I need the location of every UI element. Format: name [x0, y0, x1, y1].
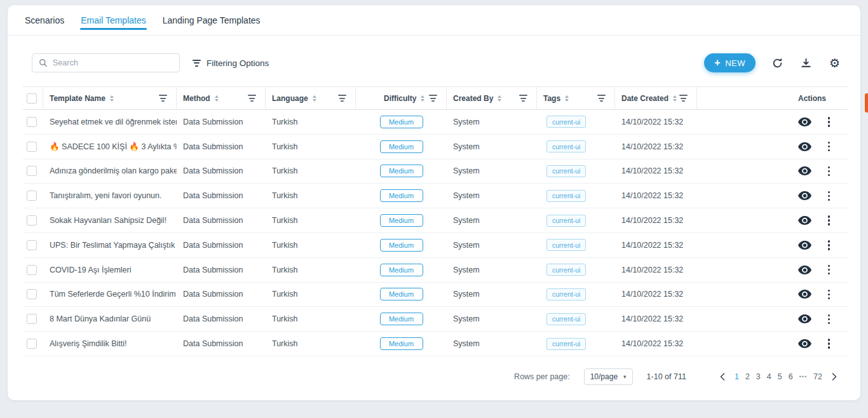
kebab-menu-icon[interactable] — [825, 337, 833, 350]
next-page-button[interactable] — [829, 371, 840, 382]
column-header-date[interactable]: Date Created — [615, 87, 697, 109]
tab-landing-page-templates[interactable]: Landing Page Templates — [154, 5, 269, 35]
page-number[interactable]: 4 — [767, 372, 771, 381]
select-all-checkbox[interactable] — [27, 93, 37, 104]
column-filter-icon[interactable] — [429, 95, 437, 102]
tag-chip: current-ui — [546, 165, 586, 177]
column-label: Created By — [453, 94, 493, 103]
sort-arrows-icon[interactable] — [110, 95, 114, 102]
created-by-cell: System — [447, 258, 537, 282]
column-filter-icon[interactable] — [248, 95, 256, 102]
filtering-options-button[interactable]: Filtering Options — [193, 58, 269, 68]
row-checkbox[interactable] — [27, 265, 37, 275]
column-header-lang[interactable]: Language — [266, 87, 356, 109]
row-checkbox[interactable] — [27, 215, 37, 226]
tag-chip: current-ui — [546, 313, 586, 325]
page-number[interactable]: 2 — [745, 372, 750, 381]
column-filter-icon[interactable] — [597, 95, 606, 102]
tags-cell: current-ui — [537, 307, 615, 331]
tag-chip: current-ui — [546, 140, 586, 152]
column-filter-icon[interactable] — [679, 95, 688, 102]
table-row: 8 Mart Dünya Kadınlar GünüData Submissio… — [23, 307, 848, 332]
row-checkbox[interactable] — [27, 314, 37, 324]
eye-icon[interactable] — [798, 216, 811, 225]
column-header-tags[interactable]: Tags — [537, 87, 615, 109]
tag-chip: current-ui — [546, 338, 586, 350]
table-row: UPS: Bir Teslimat Yapmaya ÇalıştıkData S… — [23, 233, 848, 258]
page-number[interactable]: 5 — [778, 372, 782, 381]
eye-icon[interactable] — [798, 191, 811, 200]
row-checkbox-cell — [23, 258, 43, 282]
kebab-menu-icon[interactable] — [825, 140, 833, 153]
sort-arrows-icon[interactable] — [565, 95, 569, 102]
tab-email-templates[interactable]: Email Templates — [72, 5, 154, 35]
column-header-created[interactable]: Created By — [447, 87, 537, 109]
template-name-cell: Seyehat etmek ve dil öğrenmek ister misi… — [43, 110, 177, 134]
refresh-icon[interactable] — [771, 57, 784, 70]
column-header-name[interactable]: Template Name — [43, 87, 177, 109]
table-header: Template NameMethodLanguageDifficultyCre… — [23, 86, 848, 110]
row-checkbox[interactable] — [27, 339, 37, 349]
row-checkbox[interactable] — [27, 166, 37, 176]
eye-icon[interactable] — [798, 290, 811, 299]
template-name-cell: COVID-19 Aşı İşlemleri — [43, 258, 177, 282]
page-number[interactable]: 72 — [813, 372, 822, 381]
column-filter-icon[interactable] — [519, 95, 527, 102]
language-cell: Turkish — [266, 159, 356, 184]
row-checkbox[interactable] — [27, 191, 37, 201]
row-checkbox[interactable] — [27, 142, 37, 152]
feedback-tab[interactable] — [865, 93, 868, 112]
tag-chip: current-ui — [546, 116, 586, 128]
column-header-method[interactable]: Method — [177, 87, 266, 109]
row-checkbox[interactable] — [27, 289, 37, 299]
language-cell: Turkish — [266, 233, 356, 257]
created-by-cell: System — [447, 135, 537, 159]
sort-arrows-icon[interactable] — [313, 95, 316, 102]
column-header-diff[interactable]: Difficulty — [356, 87, 447, 109]
tab-label: Email Templates — [81, 15, 146, 25]
kebab-menu-icon[interactable] — [825, 190, 833, 203]
tags-cell: current-ui — [537, 332, 615, 356]
download-icon[interactable] — [799, 57, 813, 70]
eye-icon[interactable] — [798, 142, 811, 151]
kebab-menu-icon[interactable] — [825, 116, 833, 128]
column-filter-icon[interactable] — [159, 95, 167, 102]
previous-page-button[interactable] — [717, 371, 728, 382]
eye-icon[interactable] — [798, 118, 811, 126]
gear-icon[interactable]: ⚙ — [828, 57, 841, 70]
row-checkbox[interactable] — [27, 117, 37, 127]
new-button[interactable]: + NEW — [704, 53, 756, 72]
kebab-menu-icon[interactable] — [825, 239, 833, 252]
column-filter-icon[interactable] — [338, 95, 346, 102]
eye-icon[interactable] — [798, 339, 811, 348]
tags-cell: current-ui — [537, 184, 615, 208]
date-created-cell: 14/10/2022 15:32 — [615, 283, 697, 307]
page-number[interactable]: 3 — [756, 372, 761, 381]
kebab-menu-icon[interactable] — [825, 214, 833, 227]
method-cell: Data Submission — [177, 184, 266, 208]
difficulty-badge: Medium — [380, 239, 423, 252]
created-by-cell: System — [447, 283, 537, 307]
rows-per-page-select[interactable]: 10/page ▾ — [584, 368, 633, 385]
sort-arrows-icon[interactable] — [498, 95, 501, 102]
row-checkbox[interactable] — [27, 240, 37, 250]
kebab-menu-icon[interactable] — [825, 313, 833, 326]
search-box[interactable] — [32, 53, 180, 72]
eye-icon[interactable] — [798, 166, 811, 175]
kebab-menu-icon[interactable] — [825, 264, 833, 276]
sort-arrows-icon[interactable] — [215, 95, 219, 102]
page-number[interactable]: 6 — [789, 372, 793, 381]
kebab-menu-icon[interactable] — [825, 165, 833, 178]
difficulty-cell: Medium — [356, 110, 447, 134]
eye-icon[interactable] — [798, 266, 811, 274]
search-input[interactable] — [53, 58, 173, 67]
eye-icon[interactable] — [798, 314, 811, 323]
page-number[interactable]: 1 — [735, 372, 739, 381]
eye-icon[interactable] — [798, 241, 811, 250]
sort-arrows-icon[interactable] — [421, 95, 424, 102]
tab-scenarios[interactable]: Scenarios — [17, 5, 72, 35]
difficulty-cell: Medium — [356, 283, 447, 307]
sort-arrows-icon[interactable] — [673, 95, 677, 102]
kebab-menu-icon[interactable] — [825, 288, 833, 301]
tab-bar: Scenarios Email Templates Landing Page T… — [8, 5, 860, 36]
